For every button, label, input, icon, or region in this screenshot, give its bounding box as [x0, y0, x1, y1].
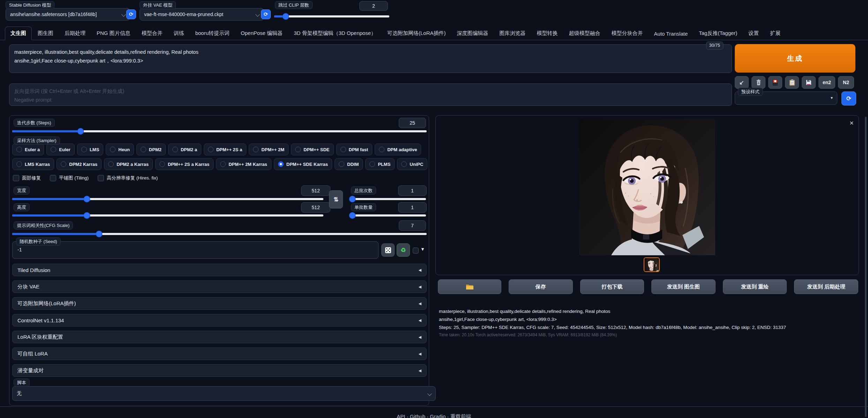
sampler-option[interactable]: LMS: [77, 144, 103, 155]
batch-count-slider[interactable]: [351, 198, 426, 200]
cfg-value[interactable]: 7: [399, 220, 426, 231]
sd-model-refresh-button[interactable]: ⟳: [126, 9, 136, 19]
styles-refresh-button[interactable]: ⟳: [841, 91, 856, 105]
tab-super-merger[interactable]: 超级模型融合: [564, 27, 606, 40]
open-folder-button[interactable]: [438, 279, 501, 294]
sd-model-dropdown[interactable]: ansihe\ansihe.safetensors [db7a16f48b]: [6, 8, 130, 21]
accordion-controlnet[interactable]: ControlNet v1.1.134: [12, 314, 427, 327]
sampler-option[interactable]: UniPC: [397, 158, 427, 170]
generated-image[interactable]: [579, 119, 715, 255]
save-button[interactable]: 保存: [509, 279, 573, 294]
tab-tagger[interactable]: Tag反推(Tagger): [694, 27, 742, 40]
accordion-lora-block-weight[interactable]: LoRA 区块权重配置: [12, 331, 427, 343]
steps-value[interactable]: 25: [399, 118, 426, 128]
sampler-option[interactable]: Euler a: [12, 144, 44, 155]
slider-thumb[interactable]: [96, 231, 102, 237]
accordion-composable-lora[interactable]: 可自组 LoRA: [12, 347, 427, 360]
gallery-thumbnail[interactable]: [644, 257, 660, 272]
tab-3d-openpose[interactable]: 3D 骨架模型编辑（3D Openpose）: [289, 27, 381, 40]
tab-txt2img[interactable]: 文生图: [5, 27, 32, 40]
clear-prompt-button[interactable]: [751, 76, 765, 89]
batch-size-value[interactable]: 1: [398, 202, 427, 213]
apply-style-button[interactable]: [785, 76, 799, 89]
accordion-tiled-diffusion[interactable]: Tiled Diffusion: [12, 264, 427, 276]
clip-skip-value[interactable]: 2: [359, 1, 388, 11]
swap-dimensions-button[interactable]: ⇅: [329, 190, 343, 208]
sampler-option[interactable]: Heun: [106, 144, 134, 155]
tab-blockmerge[interactable]: 模型分块合并: [606, 27, 648, 40]
sampler-option[interactable]: DPM++ SDE Karras: [274, 158, 332, 170]
send-to-inpaint-button[interactable]: 发送到 重绘: [723, 279, 787, 294]
sampler-option[interactable]: LMS Karras: [12, 158, 54, 170]
tab-booru2prompt[interactable]: booru转提示词: [190, 27, 235, 40]
tab-model-converter[interactable]: 模型转换: [532, 27, 563, 40]
accordion-tiled-vae[interactable]: 分块 VAE: [12, 280, 427, 293]
width-slider[interactable]: [12, 198, 323, 200]
tab-extras[interactable]: 后期处理: [59, 27, 91, 40]
slider-thumb[interactable]: [84, 213, 90, 219]
cfg-slider[interactable]: [12, 233, 427, 235]
sampler-option[interactable]: DDIM: [335, 158, 363, 170]
batch-size-slider[interactable]: [351, 214, 426, 217]
tab-checkpoint-merger[interactable]: 模型合并: [136, 27, 168, 40]
sampler-option[interactable]: DPM++ 2S a Karras: [155, 158, 214, 170]
tab-additional-networks[interactable]: 可选附加网络(LoRA插件): [382, 27, 451, 40]
slider-thumb[interactable]: [78, 129, 84, 134]
height-value[interactable]: 512: [301, 202, 330, 213]
sampler-option[interactable]: DPM fast: [336, 144, 373, 155]
sampler-option[interactable]: DPM2 Karras: [57, 158, 102, 170]
close-gallery-button[interactable]: ×: [850, 119, 854, 127]
sampler-option[interactable]: PLMS: [365, 158, 395, 170]
width-value[interactable]: 512: [301, 185, 330, 196]
prompt-textarea[interactable]: masterpiece, illustration,best quality,d…: [9, 44, 732, 73]
styles-dropdown[interactable]: 预设样式 ▾: [735, 91, 837, 105]
height-slider[interactable]: [12, 214, 323, 217]
sampler-option[interactable]: Euler: [46, 144, 75, 155]
slider-thumb[interactable]: [84, 196, 90, 202]
reuse-seed-button[interactable]: ♻: [397, 243, 410, 257]
slider-thumb[interactable]: [350, 196, 356, 202]
tab-depth-editor[interactable]: 深度图编辑器: [452, 27, 494, 40]
tab-img2img[interactable]: 图生图: [32, 27, 59, 40]
seed-extra-checkbox[interactable]: [413, 248, 419, 254]
restore-faces-option[interactable]: 面部修复: [13, 175, 41, 181]
tiling-option[interactable]: 平铺图 (Tiling): [50, 175, 89, 181]
clip-skip-slider[interactable]: [274, 15, 389, 17]
negative-prompt-textarea[interactable]: 反向提示词 (按 Ctrl+Enter 或 Alt+Enter 开始生成) Ne…: [9, 83, 732, 106]
sampler-option[interactable]: DPM2 a Karras: [104, 158, 153, 170]
save-style-button[interactable]: [802, 76, 816, 89]
tab-image-browser[interactable]: 图库浏览器: [494, 27, 531, 40]
extra-networks-button[interactable]: [768, 76, 782, 89]
sampler-option[interactable]: DPM2 a: [168, 144, 201, 155]
tab-train[interactable]: 训练: [169, 27, 189, 40]
sampler-option[interactable]: DPM++ 2S a: [204, 144, 246, 155]
hires-fix-option[interactable]: 高分辨率修复 (Hires. fix): [98, 175, 158, 181]
slider-thumb[interactable]: [350, 213, 356, 219]
footer-links[interactable]: API · Github · Gradio · 重载前端: [0, 413, 868, 418]
sampler-option[interactable]: DPM2: [136, 144, 166, 155]
tab-extensions[interactable]: 扩展: [765, 27, 786, 40]
tab-png-info[interactable]: PNG 图片信息: [91, 27, 136, 40]
sampler-option[interactable]: DPM++ 2M Karras: [216, 158, 271, 170]
scrollbar[interactable]: [865, 117, 867, 417]
tab-settings[interactable]: 设置: [743, 27, 764, 40]
script-dropdown[interactable]: 无: [12, 386, 436, 401]
n2-button[interactable]: N2: [838, 76, 854, 89]
generate-button[interactable]: 生成: [735, 44, 855, 73]
vae-dropdown[interactable]: vae-ft-mse-840000-ema-pruned.ckpt: [140, 8, 264, 21]
slider-thumb[interactable]: [283, 14, 289, 20]
sampler-option[interactable]: DPM adaptive: [375, 144, 421, 155]
batch-count-value[interactable]: 1: [398, 185, 427, 196]
zip-download-button[interactable]: 打包下载: [580, 279, 644, 294]
send-to-img2img-button[interactable]: 发送到 图生图: [651, 279, 716, 294]
sampler-option[interactable]: DPM++ SDE: [291, 144, 334, 155]
accordion-latent-couple[interactable]: 潜变量成对: [12, 364, 427, 377]
accordion-additional-networks[interactable]: 可选附加网络(LoRA插件): [12, 297, 427, 310]
tab-auto-translate[interactable]: Auto Translate: [649, 28, 693, 40]
send-to-extras-button[interactable]: 发送到 后期处理: [794, 279, 858, 294]
sampler-option[interactable]: DPM++ 2M: [249, 144, 289, 155]
random-seed-button[interactable]: [381, 243, 395, 257]
paste-button[interactable]: ↙: [735, 76, 749, 89]
vae-refresh-button[interactable]: ⟳: [261, 9, 271, 19]
en2-button[interactable]: en2: [818, 76, 835, 89]
